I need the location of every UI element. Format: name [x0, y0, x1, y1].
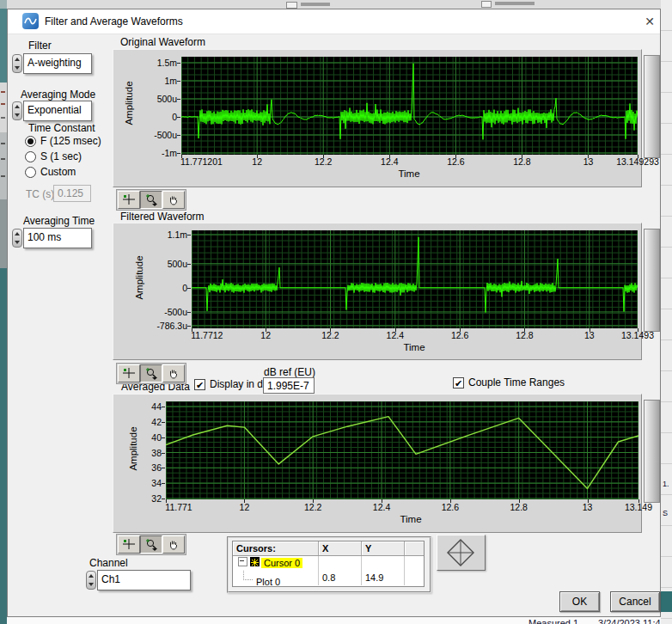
checkbox-label: Display in dB [210, 378, 270, 390]
background-teal-cell [661, 591, 672, 612]
averaging-mode-select[interactable]: Exponential [12, 101, 92, 121]
background-measured-label: Measured 1 [528, 618, 578, 624]
plot-row[interactable]: Plot 0 0.8 14.9 [233, 571, 424, 585]
cursor-marker-icon [250, 557, 260, 566]
db-ref-field[interactable]: 1.995E-7 [263, 377, 315, 394]
graph1-y-axis-label: Amplitude [124, 60, 134, 146]
screen: 1. S Measured 1 3/24/2023 11:4 Filter an… [0, 0, 672, 624]
db-ref-label: dB ref (EU) [264, 366, 315, 378]
channel-label: Channel [89, 557, 128, 569]
cursors-column-header[interactable]: Cursors: [233, 541, 319, 555]
graph2-scrollbar[interactable] [644, 229, 660, 332]
radio-icon [25, 167, 36, 178]
spinner-icon[interactable] [86, 571, 96, 590]
graph1-scrollbar[interactable] [644, 55, 660, 158]
cursor-mover-button[interactable] [437, 535, 486, 571]
couple-time-ranges-checkbox[interactable]: Couple Time Ranges [453, 376, 565, 388]
background-date-label: 3/24/2023 11:4 [598, 618, 661, 624]
plot-name[interactable]: Plot 0 [256, 577, 280, 587]
checkbox-checked-icon [453, 377, 464, 388]
graph3-toolbar [116, 534, 186, 555]
spacer-column-header [405, 541, 424, 555]
time-constant-label: Time Constant [28, 122, 95, 134]
ok-button[interactable]: OK [559, 591, 600, 612]
channel-value[interactable]: Ch1 [97, 570, 191, 590]
pan-tool-button[interactable] [162, 364, 185, 382]
averaging-mode-value[interactable]: Exponential [23, 101, 92, 121]
plot-y-value[interactable]: 14.9 [362, 571, 405, 585]
cursor-tool-button[interactable] [118, 535, 140, 554]
averaging-mode-label: Averaging Mode [21, 89, 95, 101]
cursor-table[interactable]: Cursors: X Y Cursor 0 Plot 0 0.8 14.9 [232, 541, 425, 587]
tc-label: TC (s) [26, 188, 54, 200]
filter-value[interactable]: A-weighting [23, 53, 92, 74]
graph2-y-axis-label: Amplitude [134, 235, 144, 321]
graph2-toolbar [116, 363, 186, 384]
background-left-edge [0, 0, 7, 9]
pan-tool-button[interactable] [162, 535, 185, 554]
graph3-x-axis-label: Time [385, 514, 437, 524]
background-text-fragment [301, 3, 330, 6]
cursor-x-cell[interactable] [319, 556, 362, 571]
zoom-tool-button[interactable] [140, 535, 162, 554]
radio-label: F (125 msec) [40, 135, 101, 147]
radio-f-125-msec[interactable]: F (125 msec) [25, 135, 101, 147]
graph1-toolbar [116, 189, 186, 211]
tree-branch-line [243, 571, 253, 580]
radio-icon [25, 151, 36, 162]
averaging-time-select[interactable]: 100 ms [12, 228, 92, 248]
cancel-button[interactable]: Cancel [610, 591, 660, 612]
checkbox-label: Couple Time Ranges [468, 376, 565, 388]
filter-select[interactable]: A-weighting [12, 53, 92, 74]
graph3-scrollbar[interactable] [644, 400, 660, 503]
spinner-icon[interactable] [12, 229, 22, 248]
spinner-icon[interactable] [12, 101, 22, 120]
graph2-x-axis-label: Time [388, 342, 440, 352]
background-right-edge: 1. S [661, 0, 672, 624]
graph3-y-axis-label: Amplitude [128, 406, 138, 492]
background-text-fragment [495, 2, 535, 5]
y-column-header[interactable]: Y [362, 541, 405, 555]
app-icon [22, 13, 39, 29]
background-bottom-strip: Measured 1 3/24/2023 11:4 [7, 617, 661, 624]
cursor-y-cell[interactable] [362, 556, 405, 571]
background-left-edge [0, 132, 7, 199]
close-button[interactable]: ✕ [640, 12, 659, 31]
x-column-header[interactable]: X [319, 541, 362, 555]
tc-field: 0.125 [53, 185, 91, 202]
pan-tool-button[interactable] [162, 191, 185, 209]
radio-label: S (1 sec) [40, 150, 82, 162]
window-title: Filter and Average Waveforms [45, 15, 183, 28]
graph2-panel [113, 223, 642, 360]
channel-select[interactable]: Ch1 [86, 570, 191, 590]
radio-selected-icon [25, 136, 36, 147]
graph1-title: Original Waveform [120, 36, 205, 48]
background-text-fragment: S [663, 509, 668, 517]
background-left-edge [0, 83, 7, 132]
averaging-time-label: Averaging Time [23, 215, 95, 227]
background-checkbox-fragment [481, 1, 492, 8]
cursor-row[interactable]: Cursor 0 [233, 556, 424, 571]
graph2-title: Filtered Waveform [120, 211, 205, 223]
background-checkbox-fragment [286, 2, 297, 9]
spinner-icon[interactable] [12, 54, 22, 73]
display-in-db-checkbox[interactable]: Display in dB [194, 378, 270, 390]
checkbox-checked-icon [194, 379, 205, 390]
cursor-tool-button[interactable] [118, 364, 140, 382]
cursor-name[interactable]: Cursor 0 [261, 558, 302, 568]
zoom-tool-button[interactable] [140, 364, 162, 382]
averaging-time-value[interactable]: 100 ms [23, 228, 92, 248]
graph3-panel [113, 394, 642, 533]
cursor-table-header[interactable]: Cursors: X Y [233, 541, 424, 556]
zoom-tool-button[interactable] [140, 191, 162, 209]
radio-custom[interactable]: Custom [25, 166, 76, 178]
background-text-fragment: 1. [663, 480, 669, 488]
graph1-panel [113, 49, 642, 187]
diamond-nav-icon [437, 535, 485, 570]
cursor-tool-button[interactable] [118, 191, 140, 209]
tree-collapse-icon[interactable] [238, 557, 247, 566]
radio-label: Custom [40, 166, 76, 178]
radio-s-1-sec[interactable]: S (1 sec) [25, 150, 82, 162]
background-left-edge [0, 268, 7, 624]
plot-x-value[interactable]: 0.8 [319, 571, 362, 585]
